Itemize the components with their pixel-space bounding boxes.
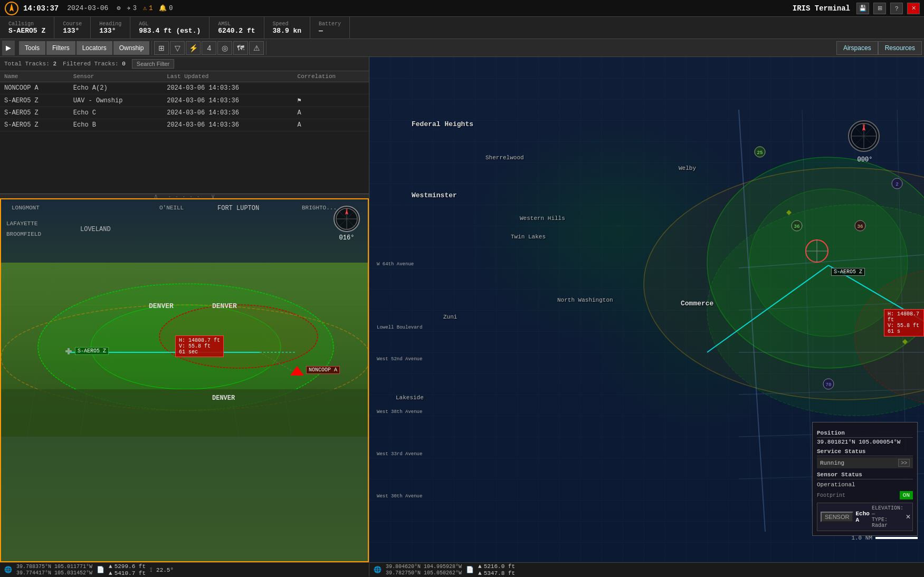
running-arrow-btn[interactable]: >>	[898, 459, 910, 467]
svg-rect-23	[68, 348, 70, 354]
filter-btn[interactable]: ▽	[170, 41, 185, 55]
svg-marker-1	[9, 3, 14, 12]
ownship-3d	[63, 346, 74, 357]
noncoop-3d	[290, 365, 304, 379]
app-title: IRIS Terminal	[793, 4, 850, 13]
table-row[interactable]: S-AERO5 Z UAV - Ownship 2024-03-06 14:03…	[0, 94, 369, 107]
heading-cell: Heading 133°	[91, 17, 130, 39]
battery-cell: Battery —	[310, 17, 350, 39]
road-w52: West 52nd Avenue	[377, 357, 422, 362]
svg-rect-13	[1, 389, 368, 437]
road-w64: W 64th Avenue	[377, 262, 414, 267]
compass-2d: N 000°	[848, 120, 882, 154]
label-oneill: O'NEILL	[159, 205, 184, 211]
cell-correlation	[293, 82, 369, 94]
cell-sensor: Echo A(2)	[69, 82, 163, 94]
badge-btn[interactable]: 4	[202, 41, 216, 55]
label-denver-3d-2: DENVER	[212, 302, 237, 310]
info-close-btn[interactable]: ✕	[906, 513, 911, 521]
road-w38: West 38th Avenue	[377, 409, 422, 415]
clock-display: 14:03:37	[23, 4, 59, 13]
cell-sensor: UAV - Ownship	[69, 94, 163, 107]
callsign-cell: Callsign S-AERO5 Z	[0, 17, 54, 39]
toolbar-arrow[interactable]: ▶	[2, 41, 15, 55]
cell-name: NONCOOP A	[0, 82, 69, 94]
cell-updated: 2024-03-06 14:03:36	[163, 119, 293, 131]
sensor-btn[interactable]: SENSOR	[821, 512, 853, 522]
sensor-operational: Operational	[817, 480, 913, 489]
layers-btn[interactable]: ⊞	[154, 41, 169, 55]
label-broomfield: BROOMFIELD	[6, 231, 41, 237]
col-last-updated: Last Updated	[163, 71, 293, 82]
label-lafayette: LAFAYETTE	[6, 220, 37, 227]
cell-correlation: A	[293, 119, 369, 131]
date-display: 2024-03-06	[67, 4, 108, 12]
app-logo	[4, 1, 19, 16]
course-cell: Course 133°	[54, 17, 91, 39]
filters-btn[interactable]: Filters	[46, 41, 75, 55]
noncoop-label-3d: NONCOOP A	[306, 366, 340, 374]
info-bar: Callsign S-AERO5 Z Course 133° Heading 1…	[0, 17, 924, 39]
col-name: Name	[0, 71, 69, 82]
left-panel: Total Tracks: 2 Filtered Tracks: 0 Searc…	[0, 57, 369, 562]
status-right: 🌐 39.804620°N 104.995928°W 39.782750°N 1…	[369, 563, 924, 576]
title-bar: 14:03:37 2024-03-06 ⚙ ✈ 3 ⚠ 1 🔔 0 IRIS T…	[0, 0, 924, 17]
table-row[interactable]: NONCOOP A Echo A(2) 2024-03-06 14:03:36	[0, 82, 369, 94]
status-bar: 🌐 39.788375°N 105.011771°W 39.774417°N 1…	[0, 562, 924, 577]
amsl-cell: AMSL 6240.2 ft	[209, 17, 264, 39]
table-row[interactable]: S-AERO5 Z Echo C 2024-03-06 14:03:36 A	[0, 107, 369, 119]
3d-view[interactable]: LONGMONT LAFAYETTE BROOMFIELD LOVELAND O…	[0, 198, 369, 562]
2d-map-panel[interactable]: 25 36 36 270 270 70 2 Federal Heights We…	[369, 57, 924, 562]
cell-name: S-AERO5 Z	[0, 119, 69, 131]
cell-updated: 2024-03-06 14:03:36	[163, 82, 293, 94]
track-list: Total Tracks: 2 Filtered Tracks: 0 Searc…	[0, 57, 369, 194]
total-tracks-label: Total Tracks: 2	[4, 61, 56, 67]
alert-warning: ⚠ 1	[143, 4, 153, 12]
help-btn[interactable]: ?	[890, 3, 903, 14]
warning-btn[interactable]: ⚠	[249, 41, 264, 55]
cell-correlation: A	[293, 107, 369, 119]
info-popup-3d: H: 14808.7 ft V: 55.8 ft 61 sec	[175, 335, 224, 357]
uav-icon: ✈	[127, 4, 130, 12]
resources-btn[interactable]: Resources	[878, 41, 922, 55]
filtered-tracks-label: Filtered Tracks: 0	[63, 61, 126, 67]
svg-marker-24	[290, 366, 304, 376]
close-btn[interactable]: ✕	[907, 3, 920, 14]
view-tools: Tools Filters Locators Ownship	[17, 41, 152, 55]
antenna-btn[interactable]: ⚡	[186, 41, 201, 55]
globe-icon-left: 🌐	[4, 566, 12, 574]
agl-cell: AGL 983.4 ft (est.)	[130, 17, 209, 39]
tools-btn[interactable]: Tools	[19, 41, 45, 55]
airspaces-btn[interactable]: Airspaces	[836, 41, 878, 55]
locators-btn[interactable]: Locators	[77, 41, 112, 55]
cell-updated: 2024-03-06 14:03:36	[163, 94, 293, 107]
main-toolbar: ▶ Tools Filters Locators Ownship ⊞ ▽ ⚡ 4…	[0, 39, 924, 57]
table-row[interactable]: S-AERO5 Z Echo B 2024-03-06 14:03:36 A	[0, 119, 369, 131]
ownship-btn[interactable]: Ownship	[113, 41, 150, 55]
left-coords: 39.788375°N 105.011771°W 39.774417°N 105…	[16, 564, 92, 576]
alert-bell: 🔔 0	[159, 4, 173, 12]
road-w33: West 33rd Avenue	[377, 451, 422, 457]
panel-divider[interactable]: ∧ • • • • • ∨	[0, 194, 369, 198]
running-status: Running >>	[817, 457, 913, 468]
window-controls: 💾 ⊞ ? ✕	[856, 3, 920, 14]
search-filter-btn[interactable]: Search Filter	[132, 59, 174, 69]
map-btn[interactable]: 🗺	[233, 41, 248, 55]
main-content: Total Tracks: 2 Filtered Tracks: 0 Searc…	[0, 57, 924, 562]
position-section: Position	[817, 430, 913, 438]
cell-sensor: Echo B	[69, 119, 163, 131]
saero-label-2d: S-AERO5 Z	[831, 268, 865, 276]
target-btn[interactable]: ◎	[217, 41, 232, 55]
road-w30: West 30th Avenue	[377, 494, 422, 499]
saero-label-3d: S-AERO5 Z	[75, 347, 109, 355]
expand-btn[interactable]: ⊞	[873, 3, 886, 14]
uav-status: ✈ 3	[127, 4, 136, 12]
alerts-area: ⚙ ✈ 3 ⚠ 1 🔔 0	[117, 4, 173, 12]
service-status-section: Service Status	[817, 448, 913, 456]
settings-btn[interactable]: ⚙	[117, 4, 120, 12]
road-lowell: Lowell Boulevard	[377, 325, 422, 330]
svg-text:N: N	[863, 123, 865, 128]
track-header: Total Tracks: 2 Filtered Tracks: 0 Searc…	[0, 57, 369, 71]
doc-icon-right: 📄	[466, 566, 474, 574]
save-icon-btn[interactable]: 💾	[856, 3, 869, 14]
